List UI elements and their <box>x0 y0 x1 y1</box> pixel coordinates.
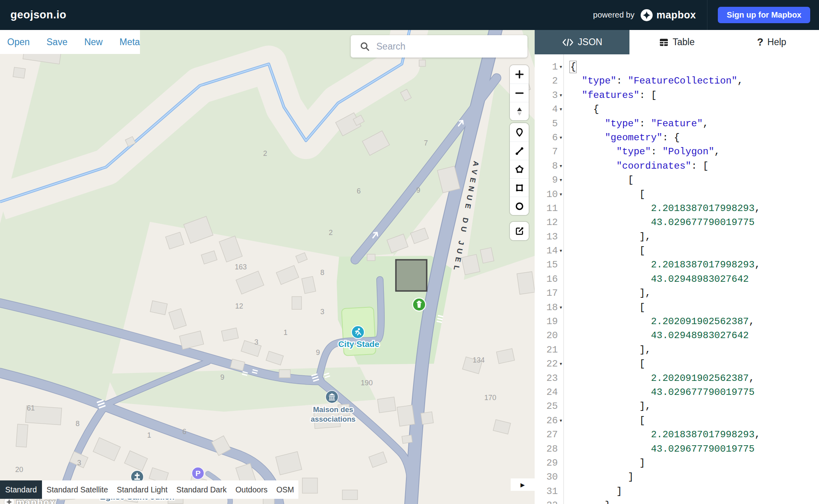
line-number: 28 <box>535 442 558 456</box>
draw-circle-button[interactable] <box>510 197 529 215</box>
edit-control-group <box>510 222 529 240</box>
code-line[interactable]: 7 "type": "Polygon", <box>535 145 819 159</box>
code-line[interactable]: 1▾{ <box>535 60 819 74</box>
line-number: 12 <box>535 215 558 229</box>
code-line[interactable]: 31 ] <box>535 484 819 498</box>
chevron-right-icon: ▶ <box>521 482 525 488</box>
line-number: 26 <box>535 414 558 428</box>
menu-item-save[interactable]: Save <box>46 37 67 48</box>
code-content: 43.02948983027642 <box>564 329 819 343</box>
code-line[interactable]: 20 43.02948983027642 <box>535 329 819 343</box>
code-line[interactable]: 21 ], <box>535 343 819 357</box>
line-number: 17 <box>535 286 558 300</box>
code-line[interactable]: 22▾ [ <box>535 357 819 371</box>
tab-table[interactable]: Table <box>629 30 724 54</box>
code-line[interactable]: 18▾ [ <box>535 301 819 315</box>
fold-arrow-icon[interactable]: ▾ <box>558 102 564 116</box>
draw-marker-button[interactable] <box>510 123 529 141</box>
code-line[interactable]: 19 2.202091902562387, <box>535 315 819 329</box>
code-line[interactable]: 27 2.2018387017998293, <box>535 428 819 442</box>
tab-json[interactable]: JSON <box>535 30 629 54</box>
house-number: 1 <box>284 329 288 337</box>
code-line[interactable]: 3▾ "features": [ <box>535 88 819 102</box>
fold-arrow-icon[interactable]: ▾ <box>558 173 564 187</box>
mapbox-logo[interactable]: mapbox <box>640 8 696 22</box>
fold-arrow-icon[interactable]: ▾ <box>558 159 564 173</box>
style-option-standard[interactable]: Standard <box>0 480 42 499</box>
fold-arrow-icon[interactable]: ▾ <box>558 131 564 145</box>
code-line[interactable]: 5 "type": "Feature", <box>535 117 819 131</box>
code-line[interactable]: 15 2.2018387017998293, <box>535 258 819 272</box>
compass-button[interactable] <box>510 102 529 120</box>
style-option-osm[interactable]: OSM <box>272 480 298 499</box>
code-line[interactable]: 10▾ [ <box>535 187 819 201</box>
code-line[interactable]: 16 43.02948983027642 <box>535 272 819 286</box>
svg-text:P: P <box>196 469 201 478</box>
draw-tools-group <box>510 123 529 215</box>
fold-arrow-icon[interactable]: ▾ <box>558 88 564 102</box>
edit-features-button[interactable] <box>510 222 529 240</box>
menu-item-meta[interactable]: Meta <box>120 37 140 48</box>
code-line[interactable]: 14▾ [ <box>535 244 819 258</box>
line-number: 14 <box>535 244 558 258</box>
code-line[interactable]: 28 43.029677790019775 <box>535 442 819 456</box>
code-line[interactable]: 26▾ [ <box>535 414 819 428</box>
search-box <box>351 35 527 58</box>
fold-arrow-icon[interactable]: ▾ <box>558 301 564 315</box>
zoom-in-button[interactable] <box>510 65 529 84</box>
style-option-standard-light[interactable]: Standard Light <box>112 480 172 499</box>
panel-collapse-button[interactable]: ▶ <box>511 478 535 491</box>
json-editor[interactable]: 1▾{2 "type": "FeatureCollection",3▾ "fea… <box>535 54 819 504</box>
city-stade-poi-icon[interactable] <box>351 325 365 339</box>
style-option-standard-dark[interactable]: Standard Dark <box>172 480 231 499</box>
townhall-poi-icon[interactable] <box>326 390 339 404</box>
code-content: ] <box>564 456 819 470</box>
building <box>397 405 415 426</box>
code-line[interactable]: 29 ] <box>535 456 819 470</box>
house-number: 12 <box>235 302 243 310</box>
line-number: 31 <box>535 484 558 498</box>
fold-arrow-icon[interactable]: ▾ <box>558 187 564 201</box>
menu-item-new[interactable]: New <box>84 37 103 48</box>
code-line[interactable]: 6▾ "geometry": { <box>535 131 819 145</box>
draw-line-button[interactable] <box>510 141 529 160</box>
code-content: 43.029677790019775 <box>564 385 819 399</box>
fold-arrow-icon[interactable]: ▾ <box>558 244 564 258</box>
code-line[interactable]: 12 43.029677790019775 <box>535 215 819 229</box>
signup-mapbox-button[interactable]: Sign up for Mapbox <box>718 7 810 23</box>
menu-item-open[interactable]: Open <box>7 37 30 48</box>
code-line[interactable]: 24 43.029677790019775 <box>535 385 819 399</box>
code-content: [ <box>564 301 819 315</box>
search-input[interactable] <box>376 41 509 52</box>
monument-marker-icon[interactable] <box>412 298 426 312</box>
tab-help[interactable]: ? Help <box>724 30 819 54</box>
app-logo[interactable]: geojson.io <box>10 9 66 21</box>
code-line[interactable]: 11 2.2018387017998293, <box>535 201 819 215</box>
code-line[interactable]: 13 ], <box>535 230 819 244</box>
code-line[interactable]: 8▾ "coordinates": [ <box>535 159 819 173</box>
code-line[interactable]: 17 ], <box>535 286 819 300</box>
code-line[interactable]: 23 2.202091902562387, <box>535 371 819 385</box>
building <box>263 498 274 504</box>
zoom-out-button[interactable] <box>510 84 529 102</box>
code-line[interactable]: 9▾ [ <box>535 173 819 187</box>
style-option-outdoors[interactable]: Outdoors <box>231 480 272 499</box>
draw-polygon-button[interactable] <box>510 160 529 178</box>
code-line[interactable]: 2 "type": "FeatureCollection", <box>535 74 819 88</box>
style-option-standard-satellite[interactable]: Standard Satellite <box>42 480 112 499</box>
parking-poi-icon[interactable]: P <box>192 467 204 480</box>
map-canvas[interactable]: 216381231399679261208316134170190 AVENUE… <box>0 0 535 504</box>
fold-arrow-icon[interactable]: ▾ <box>558 414 564 428</box>
house-number: 190 <box>361 379 373 387</box>
draw-rectangle-button[interactable] <box>510 178 529 197</box>
fold-spacer <box>558 470 564 484</box>
fold-arrow-icon[interactable]: ▾ <box>558 60 564 74</box>
code-line[interactable]: 30 ] <box>535 470 819 484</box>
code-content: 2.2018387017998293, <box>564 258 819 272</box>
code-line[interactable]: 25 ], <box>535 399 819 413</box>
drawn-polygon-feature[interactable] <box>396 260 427 291</box>
code-line[interactable]: 4▾ { <box>535 102 819 116</box>
fold-spacer <box>558 484 564 498</box>
code-line[interactable]: 32 }, <box>535 498 819 504</box>
fold-arrow-icon[interactable]: ▾ <box>558 357 564 371</box>
